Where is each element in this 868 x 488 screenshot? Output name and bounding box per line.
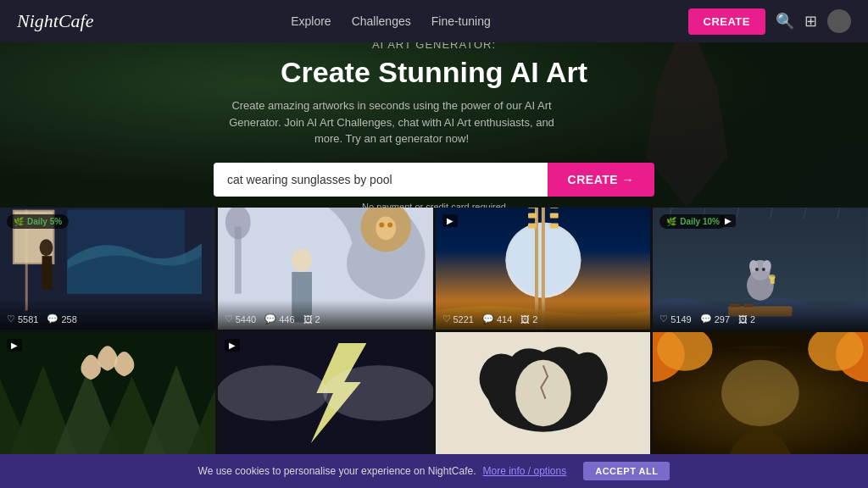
comment-stat: 💬 414 [482,313,512,324]
svg-rect-29 [549,223,558,228]
svg-point-11 [379,222,384,227]
gallery-item[interactable] [653,332,868,454]
navbar: NightCafe Explore Challenges Fine-tuning… [0,0,868,42]
gallery-stats: ♡ 5440 💬 446 🖼 2 [218,300,433,330]
gallery-item[interactable]: 🌿Daily 10% ▶ ♡ 5149 💬 297 🖼 2 [653,208,868,330]
nav-finetuning[interactable]: Fine-tuning [431,14,491,28]
cookie-text: We use cookies to personalise your exper… [198,465,476,477]
logo[interactable]: NightCafe [17,10,93,32]
like-stat: ♡ 5149 [659,313,691,324]
gallery-stats: ♡ 5149 💬 297 🖼 2 [653,300,868,330]
svg-point-52 [323,365,432,420]
svg-rect-25 [549,208,558,208]
gallery-item[interactable]: ▶ [218,332,433,454]
grid-icon-button[interactable]: ⊞ [804,12,817,30]
image-stat: 🖼 2 [303,314,320,324]
comment-stat: 💬 446 [264,313,294,324]
svg-point-5 [40,239,53,256]
search-icon-button[interactable]: 🔍 [776,12,794,30]
nav-challenges[interactable]: Challenges [352,14,411,28]
hero-title: Create Stunning AI Art [214,56,654,89]
svg-rect-28 [528,223,537,228]
svg-rect-24 [528,208,537,208]
svg-rect-26 [528,214,537,219]
like-stat: ♡ 5581 [7,313,38,324]
image-stat: 🖼 2 [520,314,537,324]
search-bar: CREATE → [214,163,654,197]
like-stat: ♡ 5440 [225,313,256,324]
search-create-button[interactable]: CREATE → [548,163,654,197]
nav-explore[interactable]: Explore [291,14,331,28]
hero-description: Create amazing artworks in seconds using… [214,97,570,147]
svg-point-51 [218,365,327,420]
nav-actions: CREATE 🔍 ⊞ [688,8,851,35]
gallery-stats: ♡ 5221 💬 414 🖼 2 [436,300,651,330]
video-badge: ▶ [721,214,736,227]
video-badge: ▶ [442,214,458,227]
gallery-stats: ♡ 5581 💬 258 [0,300,215,330]
search-input[interactable] [214,163,548,197]
cookie-link[interactable]: More info / options [482,465,566,477]
comment-stat: 💬 258 [47,313,76,324]
svg-rect-27 [549,214,558,219]
avatar[interactable] [827,9,851,33]
video-badge: ▶ [225,339,240,352]
cookie-banner: We use cookies to personalise your exper… [0,454,868,488]
gallery-item[interactable]: ▶ [0,332,215,454]
create-nav-button[interactable]: CREATE [688,8,765,35]
svg-point-48 [769,274,776,280]
svg-rect-6 [42,256,53,290]
gallery: 🌿Daily 5% ♡ 5581 💬 258 ▶ ♡ 5440 💬 446 � [0,208,868,454]
svg-point-45 [755,268,759,271]
svg-point-13 [292,248,312,272]
comment-stat: 💬 297 [700,313,730,324]
gallery-item[interactable]: ▶ ♡ 5440 💬 446 🖼 2 [218,208,433,330]
nav-links: Explore Challenges Fine-tuning [291,14,491,28]
image-stat: 🖼 2 [738,314,755,324]
svg-point-46 [762,268,765,271]
video-badge: ▶ [7,339,22,352]
daily-badge: 🌿Daily 10% [659,214,726,229]
no-payment-text: No payment or credit card required [214,202,654,208]
like-stat: ♡ 5221 [442,313,474,324]
svg-point-12 [387,222,392,227]
accept-cookies-button[interactable]: ACCEPT ALL [583,462,670,480]
gallery-item[interactable] [436,332,651,454]
gallery-item[interactable]: ▶ ♡ 5221 💬 414 🖼 2 [436,208,651,330]
hero-content: AI ART GENERATOR: Create Stunning AI Art… [214,38,654,208]
svg-point-10 [376,217,396,241]
daily-badge: 🌿Daily 5% [7,214,69,229]
gallery-item[interactable]: 🌿Daily 5% ♡ 5581 💬 258 [0,208,215,330]
svg-point-63 [721,360,799,427]
